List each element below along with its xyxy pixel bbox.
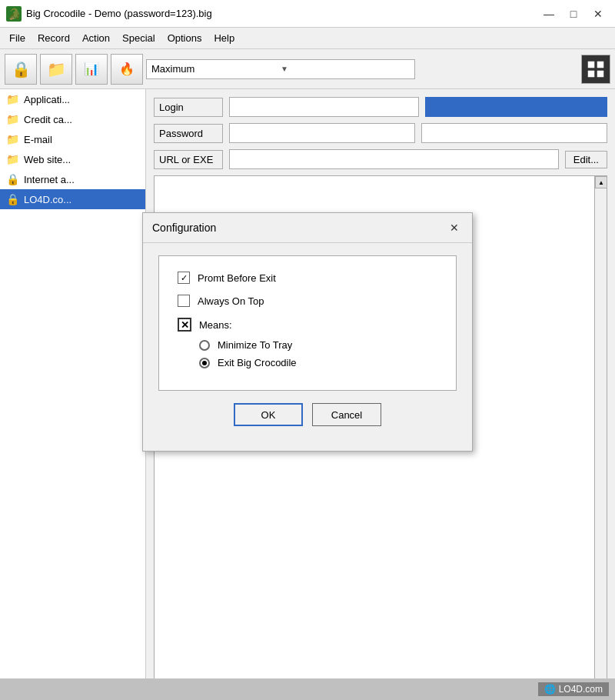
tree-item-lo4d[interactable]: 🔒 LO4D.co...	[0, 189, 145, 209]
tree-item-applications[interactable]: 📁 Applicati...	[0, 89, 145, 109]
url-label: URL or EXE	[154, 150, 223, 169]
notes-scrollbar[interactable]: ▲ ▼	[594, 176, 607, 692]
tree-panel: 📁 Applicati... 📁 Credit ca... 📁 E-mail 📁…	[0, 89, 146, 700]
prompt-before-exit-label: Promt Before Exit	[198, 272, 276, 284]
svg-rect-2	[588, 71, 594, 77]
url-row: URL or EXE Edit...	[154, 149, 607, 169]
status-bar: 🌐 LO4D.com	[0, 678, 615, 700]
lock-button[interactable]: 🔒	[5, 54, 37, 85]
fire-button[interactable]: 🔥	[111, 54, 143, 85]
lock-icon: 🔒	[6, 173, 19, 185]
edit-button[interactable]: Edit...	[565, 151, 607, 168]
watermark: 🌐 LO4D.com	[538, 682, 609, 696]
minimize-to-tray-radio[interactable]	[199, 340, 210, 351]
login-label: Login	[154, 98, 223, 117]
folder-button[interactable]: 📁	[40, 54, 72, 85]
always-on-top-row: Always On Top	[178, 295, 437, 307]
cancel-button[interactable]: Cancel	[312, 403, 381, 426]
svg-rect-1	[597, 62, 603, 68]
dialog-title: Configuration	[152, 222, 216, 234]
means-header: ✕ Means:	[178, 318, 437, 332]
grid-button[interactable]	[581, 55, 610, 84]
lock-icon: 🔒	[6, 193, 19, 205]
main-content: 📁 Applicati... 📁 Credit ca... 📁 E-mail 📁…	[0, 89, 615, 700]
folder-icon: 📁	[6, 153, 19, 165]
menu-help[interactable]: Help	[208, 30, 241, 46]
tree-item-internet[interactable]: 🔒 Internet a...	[0, 169, 145, 189]
login-bar	[425, 97, 607, 117]
exit-big-crocodile-radio[interactable]	[199, 358, 210, 368]
watermark-text: LO4D.com	[559, 684, 603, 695]
folder-icon: 📁	[6, 93, 19, 105]
login-row: Login	[154, 97, 607, 117]
tree-item-label: Web site...	[24, 154, 71, 165]
always-on-top-label: Always On Top	[198, 295, 264, 307]
title-bar: 🐊 Big Crocodile - Demo (password=123).bi…	[0, 0, 615, 28]
svg-rect-3	[597, 71, 603, 77]
tree-item-websites[interactable]: 📁 Web site...	[0, 149, 145, 169]
password-row: Password	[154, 123, 607, 143]
dialog-content: ✓ Promt Before Exit Always On Top ✕ Mean…	[143, 243, 472, 451]
password-confirm-input[interactable]	[421, 123, 607, 143]
prompt-before-exit-checkbox[interactable]: ✓	[178, 272, 190, 284]
window-controls: — □ ✕	[538, 5, 609, 22]
folder-icon: 📁	[6, 113, 19, 125]
window-title: Big Crocodile - Demo (password=123).big	[26, 8, 212, 19]
dialog-buttons: OK Cancel	[158, 403, 457, 438]
always-on-top-checkbox[interactable]	[178, 295, 190, 307]
means-checkbox[interactable]: ✕	[178, 318, 191, 332]
menu-action[interactable]: Action	[76, 30, 116, 46]
quality-dropdown[interactable]: Maximum ▼	[146, 59, 415, 79]
svg-rect-0	[588, 62, 594, 68]
dialog-close-button[interactable]: ✕	[446, 219, 463, 236]
url-input[interactable]	[229, 149, 559, 169]
minimize-button[interactable]: —	[538, 5, 560, 22]
close-button[interactable]: ✕	[587, 5, 609, 22]
quality-value: Maximum	[151, 63, 281, 75]
config-options: ✓ Promt Before Exit Always On Top ✕ Mean…	[158, 255, 457, 391]
menu-options[interactable]: Options	[161, 30, 208, 46]
password-label: Password	[154, 124, 223, 143]
tree-item-label: LO4D.co...	[24, 194, 71, 205]
means-section: ✕ Means: Minimize To Tray Exit Big Croco…	[178, 318, 437, 368]
tree-item-label: Credit ca...	[24, 114, 72, 125]
scroll-up-arrow[interactable]: ▲	[595, 176, 607, 188]
menu-file[interactable]: File	[3, 30, 32, 46]
tools-button[interactable]: 📊	[75, 54, 108, 85]
tree-item-email[interactable]: 📁 E-mail	[0, 129, 145, 149]
tree-item-label: E-mail	[24, 134, 52, 145]
maximize-button[interactable]: □	[563, 5, 584, 22]
minimize-to-tray-label: Minimize To Tray	[218, 339, 292, 351]
configuration-dialog: Configuration ✕ ✓ Promt Before Exit Alwa…	[142, 212, 473, 452]
tree-item-label: Applicati...	[24, 94, 70, 105]
app-icon: 🐊	[6, 6, 22, 22]
password-input[interactable]	[229, 123, 415, 143]
folder-icon: 📁	[6, 133, 19, 145]
toolbar: 🔒 📁 📊 🔥 Maximum ▼	[0, 49, 615, 89]
dropdown-arrow: ▼	[281, 65, 410, 73]
dialog-titlebar: Configuration ✕	[143, 213, 472, 243]
tree-item-creditcard[interactable]: 📁 Credit ca...	[0, 109, 145, 129]
means-label: Means:	[199, 319, 232, 331]
title-bar-left: 🐊 Big Crocodile - Demo (password=123).bi…	[6, 6, 212, 22]
minimize-to-tray-row: Minimize To Tray	[199, 339, 437, 351]
login-input[interactable]	[229, 97, 419, 117]
exit-big-crocodile-label: Exit Big Crocodile	[218, 357, 297, 368]
menu-bar: File Record Action Special Options Help	[0, 28, 615, 49]
ok-button[interactable]: OK	[234, 403, 303, 426]
menu-record[interactable]: Record	[32, 30, 76, 46]
watermark-icon: 🌐	[544, 684, 556, 695]
prompt-before-exit-row: ✓ Promt Before Exit	[178, 272, 437, 284]
tree-item-label: Internet a...	[24, 174, 75, 185]
exit-big-crocodile-row: Exit Big Crocodile	[199, 357, 437, 368]
menu-special[interactable]: Special	[116, 30, 161, 46]
